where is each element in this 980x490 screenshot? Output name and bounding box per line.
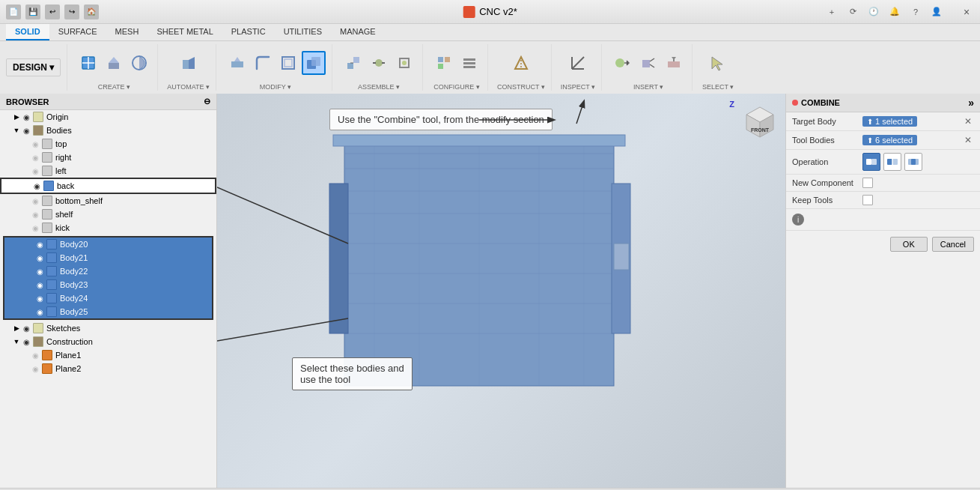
- combine-expand-btn[interactable]: »: [968, 97, 974, 109]
- sidebar-item-bottom-shelf[interactable]: ◉ bottom_shelf: [0, 194, 216, 208]
- close-btn[interactable]: ×: [959, 4, 974, 19]
- expand-origin[interactable]: ▶: [12, 112, 21, 121]
- tab-plastic[interactable]: PLASTIC: [222, 24, 275, 40]
- design-dropdown[interactable]: DESIGN ▾: [6, 58, 61, 76]
- intersect-op-btn[interactable]: [904, 153, 922, 171]
- joint-btn[interactable]: [367, 52, 391, 73]
- sidebar-item-plane1[interactable]: ◉ Plane1: [0, 348, 216, 362]
- eye-body24[interactable]: ◉: [34, 293, 45, 303]
- tab-solid[interactable]: SOLID: [6, 24, 49, 40]
- select-btn1[interactable]: [706, 52, 730, 73]
- new-tab-btn[interactable]: +: [824, 4, 839, 19]
- keep-tools-checkbox[interactable]: [862, 195, 873, 205]
- expand-sketches[interactable]: ▶: [12, 324, 21, 333]
- tab-sheet-metal[interactable]: SHEET METAL: [147, 24, 222, 40]
- redo-icon[interactable]: ↪: [64, 4, 79, 19]
- press-pull-btn[interactable]: [225, 52, 249, 73]
- cut-op-btn[interactable]: [883, 153, 901, 171]
- clear-target-btn[interactable]: ✕: [962, 115, 974, 127]
- sidebar-item-kick[interactable]: ◉ kick: [0, 221, 216, 235]
- insert-btn1[interactable]: [611, 52, 635, 73]
- eye-bodies[interactable]: ◉: [21, 125, 31, 136]
- eye-right[interactable]: ◉: [30, 152, 40, 163]
- clear-tool-btn[interactable]: ✕: [962, 134, 974, 146]
- clock-icon[interactable]: 🕐: [866, 4, 881, 19]
- help-icon[interactable]: ?: [908, 4, 923, 19]
- new-component-checkbox[interactable]: [862, 178, 873, 188]
- sidebar-item-right[interactable]: ◉ right: [0, 151, 216, 164]
- browser-collapse-btn[interactable]: ⊖: [204, 97, 210, 106]
- insert-btn3[interactable]: [662, 52, 686, 73]
- cancel-button[interactable]: Cancel: [932, 237, 974, 252]
- insert-btn2[interactable]: [636, 52, 660, 73]
- revolve-btn[interactable]: [127, 52, 151, 73]
- eye-back[interactable]: ◉: [31, 181, 42, 191]
- assemble-btn1[interactable]: [341, 52, 365, 73]
- extrude-btn[interactable]: [102, 52, 126, 73]
- undo-icon[interactable]: ↩: [45, 4, 60, 19]
- eye-plane1[interactable]: ◉: [30, 350, 40, 360]
- eye-top[interactable]: ◉: [30, 139, 40, 149]
- eye-body25[interactable]: ◉: [34, 306, 45, 317]
- combine-btn[interactable]: [302, 51, 326, 75]
- tab-surface[interactable]: SURFACE: [49, 24, 106, 40]
- eye-plane2[interactable]: ◉: [30, 363, 40, 374]
- sidebar-item-construction[interactable]: ▼ ◉ Construction: [0, 335, 216, 348]
- tab-utilities[interactable]: UTILITIES: [275, 24, 331, 40]
- browser-header: BROWSER ⊖: [0, 94, 216, 110]
- eye-kick[interactable]: ◉: [30, 223, 40, 233]
- sidebar-item-top[interactable]: ◉ top: [0, 137, 216, 151]
- eye-construction[interactable]: ◉: [21, 336, 31, 347]
- sidebar-item-plane2[interactable]: ◉ Plane2: [0, 362, 216, 375]
- expand-bodies[interactable]: ▼: [12, 126, 21, 135]
- sidebar-item-back[interactable]: ◉ back: [0, 178, 216, 194]
- bell-icon[interactable]: 🔔: [887, 4, 902, 19]
- sidebar-item-body25[interactable]: ◉ Body25: [4, 305, 212, 318]
- modify-buttons: [225, 44, 326, 82]
- expand-construction[interactable]: ▼: [12, 337, 21, 346]
- sidebar-item-body21[interactable]: ◉ Body21: [4, 251, 212, 264]
- eye-body20[interactable]: ◉: [34, 239, 45, 249]
- eye-body23[interactable]: ◉: [34, 279, 45, 290]
- construct-btn1[interactable]: [509, 52, 533, 73]
- fillet-btn[interactable]: [251, 52, 275, 73]
- shell-btn[interactable]: [276, 52, 300, 73]
- join-op-btn[interactable]: [862, 153, 880, 171]
- sidebar-item-body22[interactable]: ◉ Body22: [4, 264, 212, 278]
- sidebar-item-body24[interactable]: ◉ Body24: [4, 291, 212, 305]
- configure-btn1[interactable]: [432, 52, 456, 73]
- eye-left[interactable]: ◉: [30, 166, 40, 176]
- home-icon[interactable]: 🏠: [84, 4, 99, 19]
- save-icon[interactable]: 💾: [25, 4, 40, 19]
- eye-origin[interactable]: ◉: [21, 112, 31, 122]
- tab-mesh[interactable]: MESH: [106, 24, 148, 40]
- file-icon[interactable]: 📄: [6, 4, 21, 19]
- refresh-icon[interactable]: ⟳: [845, 4, 860, 19]
- sidebar-item-origin[interactable]: ▶ ◉ Origin: [0, 110, 216, 124]
- svg-line-36: [650, 64, 654, 67]
- ribbon-group-assemble: ASSEMBLE ▾: [335, 44, 423, 91]
- sidebar-item-body23[interactable]: ◉ Body23: [4, 278, 212, 291]
- configure-label: CONFIGURE ▾: [433, 82, 480, 91]
- tab-manage[interactable]: MANAGE: [331, 24, 385, 40]
- sidebar-item-shelf[interactable]: ◉ shelf: [0, 208, 216, 221]
- automate-btn1[interactable]: [177, 52, 201, 73]
- new-body-btn[interactable]: [76, 52, 100, 73]
- eye-shelf[interactable]: ◉: [30, 209, 40, 220]
- inspect-btn1[interactable]: [566, 52, 590, 73]
- sidebar-item-left[interactable]: ◉ left: [0, 164, 216, 178]
- rigid-btn[interactable]: [392, 52, 416, 73]
- ribbon-content: DESIGN ▾ CREATE ▾: [0, 41, 980, 94]
- viewport[interactable]: Use the "Combine" tool, from the modify …: [217, 94, 785, 488]
- ok-button[interactable]: OK: [890, 237, 928, 252]
- sidebar-item-body20[interactable]: ◉ Body20: [4, 238, 212, 251]
- configure-btn2[interactable]: [457, 52, 481, 73]
- sidebar-item-bodies[interactable]: ▼ ◉ Bodies: [0, 124, 216, 137]
- view-cube[interactable]: FRONT: [740, 100, 779, 139]
- sidebar-item-sketches[interactable]: ▶ ◉ Sketches: [0, 321, 216, 335]
- eye-body21[interactable]: ◉: [34, 252, 45, 263]
- eye-body22[interactable]: ◉: [34, 266, 45, 276]
- user-icon[interactable]: 👤: [929, 4, 944, 19]
- eye-bottom-shelf[interactable]: ◉: [30, 196, 40, 206]
- eye-sketches[interactable]: ◉: [21, 323, 31, 333]
